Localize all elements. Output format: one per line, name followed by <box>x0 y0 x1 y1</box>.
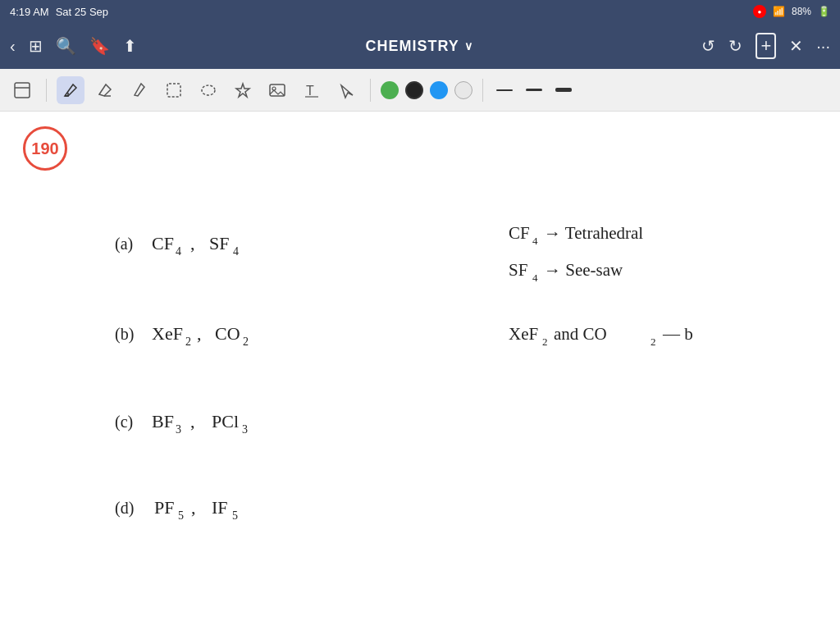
svg-text:4: 4 <box>176 245 181 258</box>
stroke-thick[interactable] <box>552 82 575 98</box>
svg-text:T: T <box>306 84 314 98</box>
divider-1 <box>46 79 47 102</box>
svg-point-4 <box>202 85 215 95</box>
nav-bar: ‹ ⊞ 🔍 🔖 ⬆ CHEMISTRY ∨ ↺ ↻ + ✕ ··· <box>0 23 840 69</box>
color-white[interactable] <box>454 81 472 99</box>
handwriting-area: (a) CF 4 , SF 4 CF 4 → Tetrahedral SF 4 … <box>0 112 840 630</box>
shape-tool[interactable] <box>229 76 257 104</box>
status-right: 📶 88% 🔋 <box>753 5 830 18</box>
svg-marker-5 <box>236 84 249 97</box>
svg-text:XeF: XeF <box>509 324 538 344</box>
svg-text:SF: SF <box>509 260 527 280</box>
nav-center: CHEMISTRY ∨ <box>365 38 472 55</box>
svg-text:3: 3 <box>242 423 248 436</box>
lasso-tool[interactable] <box>194 76 222 104</box>
share-button[interactable]: ⬆ <box>123 36 137 56</box>
divider-2 <box>370 79 371 102</box>
main-content: 190 (a) CF 4 , SF 4 CF 4 → Tetrahedral S… <box>0 112 840 630</box>
text-tool[interactable]: T <box>298 76 326 104</box>
svg-text:XeF: XeF <box>152 323 183 344</box>
color-black[interactable] <box>405 81 423 99</box>
svg-text:4: 4 <box>532 235 538 247</box>
highlighter-tool[interactable] <box>126 76 153 104</box>
svg-text:and CO: and CO <box>554 324 607 344</box>
svg-rect-0 <box>15 83 30 98</box>
svg-text:2: 2 <box>243 336 249 348</box>
svg-text:(d): (d) <box>115 499 134 518</box>
svg-text:2: 2 <box>185 336 191 348</box>
svg-text:5: 5 <box>232 509 238 522</box>
pen-tool[interactable] <box>57 76 84 104</box>
close-button[interactable]: ✕ <box>789 36 803 56</box>
svg-text:4: 4 <box>532 272 538 284</box>
svg-text:PF: PF <box>154 497 174 518</box>
eraser-tool[interactable] <box>91 76 119 104</box>
back-button[interactable]: ‹ <box>10 37 16 56</box>
selection-tool[interactable] <box>160 76 188 104</box>
status-left: 4:19 AM Sat 25 Sep <box>10 6 108 18</box>
svg-text:2: 2 <box>651 336 656 348</box>
toolbar: T <box>0 69 840 112</box>
svg-text:,: , <box>191 497 196 518</box>
battery-percent: 88% <box>792 6 811 17</box>
stroke-thin[interactable] <box>493 82 516 98</box>
status-bar: 4:19 AM Sat 25 Sep 📶 88% 🔋 <box>0 0 840 23</box>
divider-3 <box>482 79 483 102</box>
color-green[interactable] <box>381 81 399 99</box>
svg-text:5: 5 <box>178 509 184 522</box>
date: Sat 25 Sep <box>56 6 108 18</box>
svg-text:PCl: PCl <box>212 411 239 431</box>
svg-text:(c): (c) <box>115 413 133 431</box>
svg-text:2: 2 <box>542 336 548 348</box>
time: 4:19 AM <box>10 6 49 18</box>
svg-text:,: , <box>190 233 195 253</box>
wifi-icon: 📶 <box>773 6 785 17</box>
svg-text:CO: CO <box>215 323 240 344</box>
svg-text:4: 4 <box>233 245 239 258</box>
svg-text:BF: BF <box>152 411 174 431</box>
stroke-medium[interactable] <box>523 82 546 98</box>
more-button[interactable]: ··· <box>816 37 830 56</box>
bookmark-button[interactable]: 🔖 <box>89 36 110 56</box>
title-chevron[interactable]: ∨ <box>464 39 473 52</box>
svg-text:IF: IF <box>212 497 228 518</box>
color-blue[interactable] <box>430 81 448 99</box>
svg-text:CF: CF <box>509 223 530 243</box>
svg-text:→ Tetrahedral: → Tetrahedral <box>544 223 643 243</box>
battery-icon: 🔋 <box>818 6 830 17</box>
recording-icon <box>753 5 766 18</box>
undo-button[interactable]: ↺ <box>701 36 715 56</box>
svg-text:SF: SF <box>209 233 229 253</box>
nav-right: ↺ ↻ + ✕ ··· <box>701 33 830 59</box>
svg-text:(a): (a) <box>115 235 133 253</box>
svg-rect-3 <box>167 84 180 97</box>
nav-left: ‹ ⊞ 🔍 🔖 ⬆ <box>10 36 137 56</box>
svg-text:,: , <box>197 323 202 344</box>
search-button[interactable]: 🔍 <box>56 36 76 56</box>
redo-button[interactable]: ↻ <box>728 36 742 56</box>
svg-text:→  See-saw: → See-saw <box>544 260 623 280</box>
svg-text:3: 3 <box>176 423 181 436</box>
svg-text:CF: CF <box>152 233 174 253</box>
app-title: CHEMISTRY <box>365 38 459 55</box>
grid-button[interactable]: ⊞ <box>29 36 43 56</box>
svg-text:,: , <box>190 411 195 431</box>
pointer-tool[interactable] <box>332 76 360 104</box>
image-tool[interactable] <box>263 76 291 104</box>
svg-text:(b): (b) <box>115 325 134 344</box>
add-page-button[interactable]: + <box>756 33 776 59</box>
sticky-note-tool[interactable] <box>8 76 36 104</box>
svg-text:— b: — b <box>662 324 693 344</box>
